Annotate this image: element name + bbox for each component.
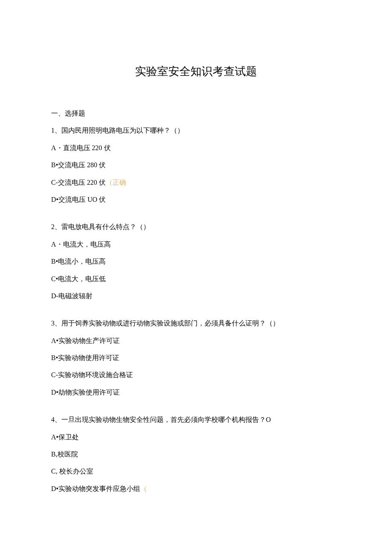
document-page: 实验室安全知识考查试题 一、选择题 1、国内民用照明电路电压为以下哪种？（）A・… <box>0 0 392 554</box>
option-text: A•实验动物生产许可证 <box>51 337 120 344</box>
question-option: C, 校长办公室 <box>51 467 341 476</box>
question-block: 2、雷电放电具有什么特点？（）A・电流大，电压高B•电流小，电压高C•电流大，电… <box>51 222 341 301</box>
option-text: D•劫物实验使用许可证 <box>51 389 120 396</box>
question-option: D•劫物实验使用许可证 <box>51 388 341 397</box>
option-text: B,校医院 <box>51 450 78 458</box>
option-text: A•保卫处 <box>51 433 79 441</box>
option-text: C, 校长办公室 <box>51 468 93 475</box>
question-option: A・电流大，电压高 <box>51 240 341 249</box>
document-title: 实验室安全知识考查试题 <box>51 64 341 79</box>
question-option: C-实验动物环境设施合格证 <box>51 370 341 380</box>
trailing-paren: （ <box>140 485 147 492</box>
option-text: A・电流大，电压高 <box>51 241 111 248</box>
question-stem: 2、雷电放电具有什么特点？（） <box>51 222 341 232</box>
question-option: B•电流小，电压高 <box>51 257 341 266</box>
section-heading: 一、选择题 <box>51 109 341 118</box>
option-text: D-电磁波辐射 <box>51 292 92 299</box>
question-option: C-交流电压 220 伏（正确 <box>51 178 341 187</box>
question-stem: 1、国内民用照明电路电压为以下哪种？（） <box>51 126 341 135</box>
question-option: C•电流大，电压低 <box>51 274 341 284</box>
option-text: B•实验动物使用许可证 <box>51 354 119 361</box>
question-block: 3、用于饲养实验动物或进行动物实验设施或部门，必须具备什么证明？（）A•实验动物… <box>51 319 341 397</box>
question-block: 1、国内民用照明电路电压为以下哪种？（）A・直流电压 220 伏B•交流电压 2… <box>51 126 341 204</box>
question-option: D•交流电压 UO 伏 <box>51 195 341 204</box>
correct-marker: （正确 <box>106 179 126 186</box>
question-option: B,校医院 <box>51 450 341 459</box>
option-text: B•电流小，电压高 <box>51 258 106 265</box>
question-option: A・直流电压 220 伏 <box>51 143 341 153</box>
questions-container: 1、国内民用照明电路电压为以下哪种？（）A・直流电压 220 伏B•交流电压 2… <box>51 126 341 494</box>
question-option: A•实验动物生产许可证 <box>51 336 341 346</box>
option-text: C-实验动物环境设施合格证 <box>51 371 133 378</box>
question-block: 4、一旦出现实验动物生物安全性问题，首先必须向学校哪个机构报告？OA•保卫处B,… <box>51 415 341 494</box>
question-option: A•保卫处 <box>51 433 341 442</box>
question-stem: 3、用于饲养实验动物或进行动物实验设施或部门，必须具备什么证明？（） <box>51 319 341 328</box>
question-option: B•实验动物使用许可证 <box>51 353 341 363</box>
option-text: D•交流电压 UO 伏 <box>51 196 106 203</box>
question-option: D•实验动物突发事件应急小组（ <box>51 484 341 494</box>
question-option: D-电磁波辐射 <box>51 291 341 301</box>
option-text: A・直流电压 220 伏 <box>51 144 111 151</box>
option-text: D•实验动物突发事件应急小组 <box>51 485 140 492</box>
question-stem: 4、一旦出现实验动物生物安全性问题，首先必须向学校哪个机构报告？O <box>51 415 341 424</box>
question-option: B•交流电压 280 伏 <box>51 160 341 170</box>
option-text: B•交流电压 280 伏 <box>51 161 106 169</box>
option-text: C-交流电压 220 伏 <box>51 179 106 186</box>
option-text: C•电流大，电压低 <box>51 275 106 282</box>
